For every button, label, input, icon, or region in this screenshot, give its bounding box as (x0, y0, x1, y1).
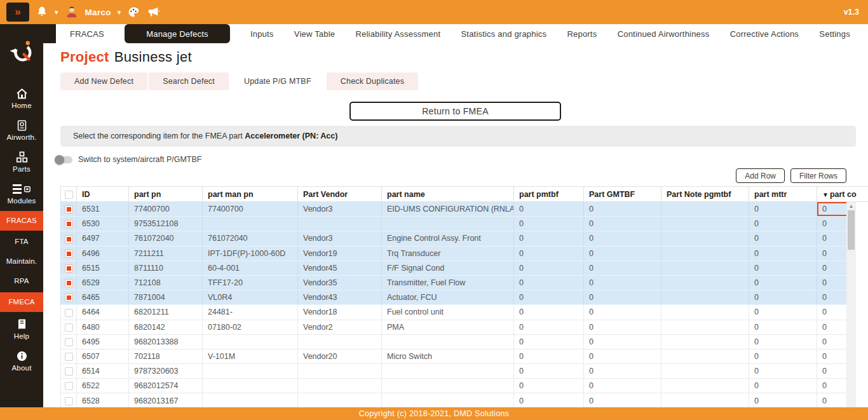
column-header-part-note-pgmtbf[interactable]: Part Note pgmtbf (661, 187, 749, 202)
row-checkbox[interactable] (65, 323, 73, 332)
table-row[interactable]: 6480682014207180-02Vendor2PMA0000 (61, 320, 868, 334)
cell-part-gmtbf[interactable]: 0 (584, 393, 661, 407)
cell-part-pn[interactable]: 7871004 (129, 290, 203, 305)
cell-part-pmtbf[interactable]: 0 (514, 305, 584, 320)
megaphone-icon[interactable] (146, 5, 160, 19)
cell-part-man-pn[interactable]: 77400700 (203, 202, 298, 217)
subtab-check-duplicates[interactable]: Check Duplicates (327, 72, 418, 90)
row-checkbox-cell[interactable] (61, 320, 77, 334)
row-checkbox-cell[interactable] (61, 393, 77, 407)
tab-reports[interactable]: Reports (567, 29, 597, 39)
cell-part-name[interactable]: Micro Switch (382, 349, 514, 363)
row-checkbox-cell[interactable] (61, 334, 77, 349)
cell-id[interactable]: 6530 (77, 217, 129, 231)
cell-part-note-pgmtbf[interactable] (661, 320, 749, 334)
cell-part-pmtbf[interactable]: 0 (514, 320, 584, 334)
cell-part-gmtbf[interactable]: 0 (584, 231, 661, 246)
cell-part-vendor[interactable] (298, 393, 382, 407)
cell-id[interactable]: 6514 (77, 364, 129, 379)
table-row[interactable]: 652296820125740000 (61, 379, 868, 393)
cell-part-vendor[interactable] (298, 379, 382, 393)
add-row-button[interactable]: Add Row (736, 168, 785, 183)
cell-part-mttr[interactable]: 0 (749, 290, 817, 305)
cell-part-gmtbf[interactable]: 0 (584, 364, 661, 379)
cell-part-note-pgmtbf[interactable] (661, 364, 749, 379)
cell-part-mttr[interactable]: 0 (749, 364, 817, 379)
row-checkbox-cell[interactable] (61, 349, 77, 363)
row-checkbox-cell[interactable] (61, 290, 77, 305)
cell-part-gmtbf[interactable]: 0 (584, 320, 661, 334)
table-row[interactable]: 6529712108TFF17-20Vendor35Transmitter, F… (61, 275, 868, 290)
table-row[interactable]: 6507702118V-101MVendor20Micro Switch0000 (61, 349, 868, 363)
row-checkbox-cell[interactable] (61, 261, 77, 275)
cell-part-vendor[interactable]: Vendor35 (298, 275, 382, 290)
filter-rows-button[interactable]: Filter Rows (790, 168, 846, 183)
row-checkbox[interactable] (65, 309, 73, 317)
table-row[interactable]: 64967211211IPT-1DF(P)-1000-60DVendor19Tr… (61, 246, 868, 261)
cell-part-man-pn[interactable] (203, 217, 298, 231)
cell-part-vendor[interactable]: Vendor18 (298, 305, 382, 320)
app-logo[interactable] (7, 37, 36, 69)
row-checkbox[interactable] (65, 382, 73, 390)
user-caret-down-icon[interactable]: ▾ (118, 8, 121, 17)
palette-icon[interactable] (127, 6, 140, 18)
tab-corrective-actions[interactable]: Corrective Actions (730, 29, 799, 39)
sidebar-item-rpa[interactable]: RPA (0, 271, 43, 291)
cell-part-note-pgmtbf[interactable] (661, 379, 749, 393)
table-row[interactable]: 653097535121080000 (61, 217, 868, 231)
cell-part-note-pgmtbf[interactable] (661, 217, 749, 231)
cell-part-mttr[interactable]: 0 (749, 379, 817, 393)
cell-part-pmtbf[interactable]: 0 (514, 246, 584, 261)
sidebar-item-modules[interactable]: Modules (0, 178, 43, 210)
cell-id[interactable]: 6465 (77, 290, 129, 305)
subtab-search-defect[interactable]: Search Defect (149, 72, 229, 90)
row-checkbox-cell[interactable] (61, 305, 77, 320)
cell-part-pn[interactable]: 9787320603 (129, 364, 203, 379)
cell-part-pmtbf[interactable]: 0 (514, 231, 584, 246)
vertical-scrollbar[interactable]: ▲ (846, 202, 856, 407)
cell-part-gmtbf[interactable]: 0 (584, 379, 661, 393)
row-checkbox[interactable] (65, 367, 73, 376)
sidebar-item-maintain[interactable]: Maintain. (0, 252, 43, 271)
cell-part-vendor[interactable]: Vendor20 (298, 349, 382, 363)
row-checkbox-cell[interactable] (61, 217, 77, 231)
cell-part-man-pn[interactable]: V-101M (203, 349, 298, 363)
tab-continued-airworthiness[interactable]: Continued Airworthiness (618, 29, 710, 39)
sidebar-item-fmeca[interactable]: FMECA (0, 292, 43, 312)
cell-part-pn[interactable]: 9682013167 (129, 393, 203, 407)
cell-part-pmtbf[interactable]: 0 (514, 393, 584, 407)
toggle-knob[interactable] (55, 155, 64, 165)
tab-settings[interactable]: Settings (819, 29, 850, 39)
bell-icon[interactable] (36, 6, 48, 18)
cell-part-man-pn[interactable]: VL0R4 (203, 290, 298, 305)
cell-part-man-pn[interactable]: 60-4-001 (203, 261, 298, 275)
cell-part-note-pgmtbf[interactable] (661, 231, 749, 246)
tab-reliability-assessment[interactable]: Reliability Assessment (356, 29, 441, 39)
cell-part-note-pgmtbf[interactable] (661, 261, 749, 275)
cell-part-pmtbf[interactable]: 0 (514, 202, 584, 217)
scrollbar-thumb[interactable] (848, 210, 855, 250)
cell-part-mttr[interactable]: 0 (749, 202, 817, 217)
cell-part-man-pn[interactable] (203, 379, 298, 393)
scroll-up-arrow[interactable]: ▲ (846, 202, 856, 211)
cell-part-gmtbf[interactable]: 0 (584, 334, 661, 349)
column-header-part-vendor[interactable]: Part Vendor (298, 187, 382, 202)
select-all-checkbox[interactable] (65, 191, 73, 199)
cell-part-gmtbf[interactable]: 0 (584, 202, 661, 217)
column-header-id[interactable]: ID (77, 187, 129, 202)
tab-statistics-and-graphics[interactable]: Statistics and graphics (461, 29, 547, 39)
cell-part-vendor[interactable]: Vendor19 (298, 246, 382, 261)
sidebar-item-fracas[interactable]: FRACAS (0, 211, 43, 231)
select-all-checkbox-cell[interactable] (61, 187, 77, 202)
row-checkbox[interactable] (65, 205, 73, 213)
cell-part-name[interactable]: Fuel control unit (382, 305, 514, 320)
cell-part-mttr[interactable]: 0 (749, 334, 817, 349)
row-checkbox-cell[interactable] (61, 275, 77, 290)
table-row[interactable]: 65317740070077400700Vendor3EID-UMS CONFI… (61, 202, 868, 217)
cell-part-man-pn[interactable]: 24481- (203, 305, 298, 320)
row-checkbox-cell[interactable] (61, 231, 77, 246)
cell-id[interactable]: 6515 (77, 261, 129, 275)
column-header-part-co[interactable]: ▼part co (817, 187, 868, 202)
sidebar-item-parts[interactable]: Parts (0, 146, 43, 178)
cell-part-note-pgmtbf[interactable] (661, 349, 749, 363)
